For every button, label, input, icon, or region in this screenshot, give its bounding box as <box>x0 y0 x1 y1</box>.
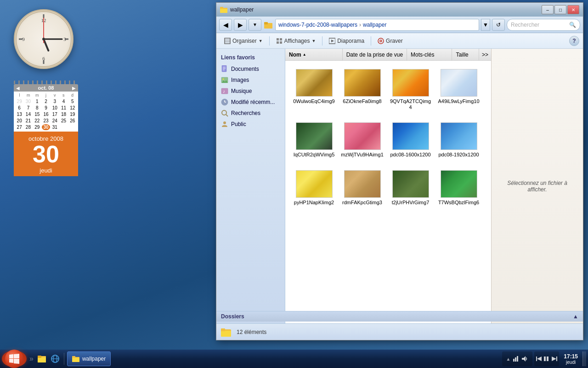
file-name: 0WulwoEqC4img9 <box>293 98 334 104</box>
file-item[interactable]: 0WulwoEqC4img9 <box>290 65 338 114</box>
cal-day[interactable]: 27 <box>15 124 23 130</box>
cal-day[interactable]: 30 <box>24 98 32 104</box>
col-header-mots-cles[interactable]: Mots-clés <box>407 49 452 60</box>
tray-network-icon[interactable] <box>512 355 520 362</box>
ie-icon <box>51 354 60 363</box>
cal-day[interactable]: 29 <box>33 124 41 130</box>
cal-day-today[interactable]: 30 <box>42 124 50 130</box>
refresh-button[interactable]: ↺ <box>492 19 505 31</box>
file-item[interactable]: t2jUrPHVrGimg7 <box>386 167 435 209</box>
cal-day[interactable]: 31 <box>51 124 59 130</box>
cal-day[interactable]: 2 <box>42 98 50 104</box>
tray-volume-icon[interactable] <box>521 355 529 362</box>
cal-day[interactable]: 23 <box>42 118 50 124</box>
maximize-button[interactable]: □ <box>554 5 566 14</box>
cal-day[interactable]: 15 <box>33 111 41 117</box>
sidebar-item-recherches[interactable]: Recherches <box>216 108 285 119</box>
taskbar-clock[interactable]: 17:15 jeudi <box>561 353 581 365</box>
address-bar[interactable]: windows-7-pdc-2008-wallpapers › wallpape… <box>275 19 479 31</box>
file-item[interactable]: 9QVTqA2TCQimg4 <box>386 65 435 114</box>
back-button[interactable]: ◀ <box>219 19 232 31</box>
svg-rect-17 <box>264 22 268 24</box>
cal-day[interactable]: 16 <box>42 111 50 117</box>
cal-day[interactable]: 1 <box>33 98 41 104</box>
cal-day[interactable]: 22 <box>33 118 41 124</box>
search-bar[interactable]: Rechercher 🔍 <box>507 19 580 31</box>
cal-day[interactable]: 11 <box>59 105 68 111</box>
nav-dropdown-button[interactable]: ▼ <box>249 19 261 31</box>
search-icon[interactable]: 🔍 <box>569 22 576 28</box>
cal-day[interactable]: 12 <box>68 105 77 111</box>
diaporama-button[interactable]: Diaporama <box>325 35 368 47</box>
addr-part-1[interactable]: windows-7-pdc-2008-wallpapers <box>278 22 357 28</box>
svg-point-28 <box>380 40 382 42</box>
media-next-icon[interactable] <box>551 356 557 362</box>
file-item[interactable]: A49iL9wLyFimg10 <box>435 65 483 114</box>
cal-day[interactable]: 26 <box>68 118 77 124</box>
cal-day[interactable]: 25 <box>59 118 68 124</box>
svg-text:♪: ♪ <box>223 89 225 94</box>
forward-button[interactable]: ▶ <box>234 19 247 31</box>
col-more-button[interactable]: >> <box>479 52 491 58</box>
taskbar-day: jeudi <box>564 360 578 365</box>
graver-button[interactable]: Graver <box>373 35 407 47</box>
dossiers-header[interactable]: Dossiers ▲ <box>216 311 285 322</box>
file-item[interactable]: T7WsBQbzlFimg6 <box>435 167 483 209</box>
sidebar-item-images[interactable]: Images <box>216 75 285 86</box>
taskbar-window-item[interactable]: wallpaper <box>67 351 111 366</box>
cal-day[interactable]: 7 <box>24 105 32 111</box>
cal-day[interactable]: 18 <box>59 111 68 117</box>
cal-day[interactable]: 5 <box>68 98 77 104</box>
affichages-button[interactable]: Affichages ▼ <box>272 35 320 47</box>
file-item[interactable]: pdc08-1600x1200 <box>386 119 435 161</box>
help-button[interactable]: ? <box>569 36 579 46</box>
sidebar-section-title: Liens favoris <box>216 52 285 63</box>
file-item[interactable]: pdc08-1920x1200 <box>435 119 483 161</box>
sidebar-item-musique[interactable]: ♪ Musique <box>216 86 285 97</box>
file-item[interactable]: IqCUtR2qWVimg5 <box>290 119 338 161</box>
organiser-button[interactable]: Organiser ▼ <box>220 35 267 47</box>
sidebar-item-documents[interactable]: Documents <box>216 63 285 75</box>
file-item[interactable]: pyHP1NapKIimg2 <box>290 167 338 209</box>
cal-day[interactable]: 14 <box>24 111 32 117</box>
cal-day[interactable]: 8 <box>33 105 41 111</box>
tray-expand-icon[interactable]: ▲ <box>506 356 510 362</box>
ql-ie-button[interactable] <box>49 353 61 365</box>
cal-day[interactable]: 10 <box>51 105 59 111</box>
cal-day[interactable]: 28 <box>24 124 32 130</box>
main-area: Liens favoris Documents <box>216 49 583 323</box>
cal-prev-btn[interactable]: ◀ <box>16 86 20 91</box>
col-header-taille[interactable]: Taille <box>452 49 479 60</box>
cal-day[interactable]: 3 <box>51 98 59 104</box>
cal-day[interactable]: 9 <box>42 105 50 111</box>
cal-day[interactable]: 17 <box>51 111 59 117</box>
addr-part-2[interactable]: wallpaper <box>363 22 386 28</box>
cal-day[interactable]: 19 <box>68 111 77 117</box>
col-header-date[interactable]: Date de la prise de vue <box>343 49 407 60</box>
col-header-nom[interactable]: Nom ▲ <box>285 49 343 60</box>
address-dropdown-button[interactable]: ▼ <box>481 19 490 31</box>
cal-next-btn[interactable]: ▶ <box>72 86 76 91</box>
cal-day[interactable]: 24 <box>51 118 59 124</box>
minimize-button[interactable]: – <box>542 5 554 14</box>
cal-day[interactable]: 20 <box>15 118 23 124</box>
close-button[interactable]: ✕ <box>567 5 579 14</box>
sidebar-item-public[interactable]: Public <box>216 119 285 130</box>
show-desktop-button[interactable] <box>582 351 586 366</box>
file-item[interactable]: 6ZiOkneFa0img8 <box>338 65 386 114</box>
cal-day[interactable]: 6 <box>15 105 23 111</box>
cal-day[interactable]: 21 <box>24 118 32 124</box>
file-item[interactable]: rdmFAKpcGtimg3 <box>338 167 386 209</box>
file-item[interactable]: mzWjTVu9HAimg1 <box>338 119 386 161</box>
explorer-icon <box>37 354 46 363</box>
cal-day[interactable]: 29 <box>15 98 23 104</box>
media-prev-icon[interactable] <box>536 356 543 362</box>
file-thumbnail <box>441 122 477 150</box>
calendar-grid: l m m j v s d 29 30 1 2 3 4 5 6 7 8 9 10 <box>14 92 78 132</box>
sidebar-item-recent[interactable]: Modifié récemm... <box>216 97 285 108</box>
media-play-pause-icon[interactable] <box>543 356 550 362</box>
start-button[interactable] <box>2 351 27 367</box>
cal-day[interactable]: 4 <box>59 98 68 104</box>
ql-explorer-button[interactable] <box>36 353 48 365</box>
cal-day[interactable]: 13 <box>15 111 23 117</box>
